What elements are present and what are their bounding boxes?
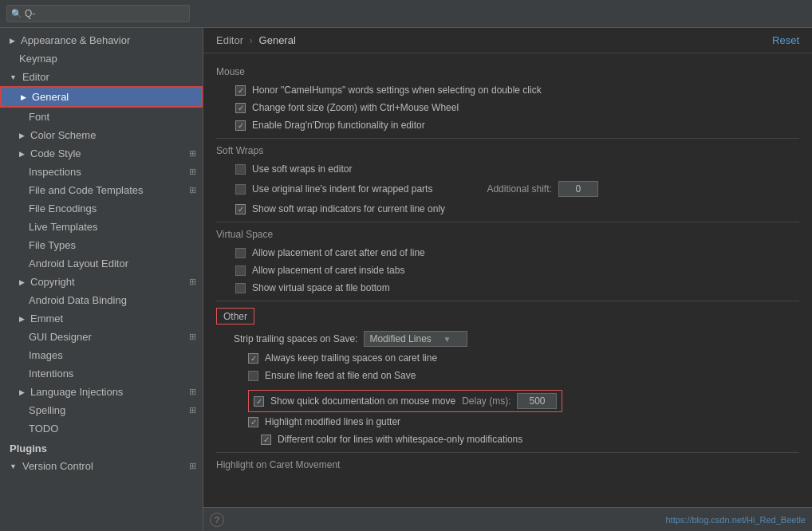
sidebar-item-todo[interactable]: TODO [0, 419, 203, 438]
expand-icon-copyright: ▶ [19, 278, 25, 286]
additional-shift-label: Additional shift: [487, 183, 551, 195]
checkbox-caret-after-end[interactable] [235, 248, 246, 258]
breadcrumb-parent: Editor [216, 34, 243, 46]
checkbox-original-indent[interactable] [235, 184, 246, 195]
label-quick-doc: Show quick documentation on mouse move [270, 395, 455, 407]
sidebar-item-language-injections[interactable]: ▶ Language Injections ⊞ [0, 383, 203, 401]
checkbox-ensure-line-feed[interactable] [248, 371, 258, 381]
additional-shift-input[interactable] [558, 181, 598, 197]
option-change-font-size: Change font size (Zoom) with Ctrl+Mouse … [216, 101, 799, 114]
search-input[interactable] [6, 5, 190, 22]
sidebar-item-emmet[interactable]: ▶ Emmet [0, 309, 203, 328]
checkbox-show-virtual-space[interactable] [235, 283, 246, 293]
expand-icon-lang-inject: ▶ [19, 388, 25, 396]
sidebar-item-android-data-binding[interactable]: Android Data Binding [0, 291, 203, 309]
sidebar-item-label: Language Injections [30, 386, 123, 398]
sidebar-item-label: Live Templates [29, 221, 97, 233]
strip-trailing-label: Strip trailing spaces on Save: [234, 333, 357, 344]
sidebar-item-label: Intentions [29, 368, 73, 380]
sidebar: ▶ Appearance & Behavior Keymap ▼ Editor … [0, 28, 203, 531]
main-layout: ▶ Appearance & Behavior Keymap ▼ Editor … [0, 28, 812, 531]
checkbox-camel-humps[interactable] [235, 85, 246, 96]
label-caret-inside-tabs: Allow placement of caret inside tabs [252, 265, 404, 276]
delay-input[interactable] [517, 393, 557, 409]
watermark-link: https://blog.csdn.net/Hi_Red_Beetle [665, 515, 806, 525]
option-camel-humps: Honor "CamelHumps" words settings when s… [216, 84, 799, 96]
checkbox-caret-inside-tabs[interactable] [235, 266, 246, 276]
delay-label: Delay (ms): [462, 395, 510, 407]
sidebar-item-file-types[interactable]: File Types [0, 236, 203, 254]
checkbox-quick-doc[interactable] [254, 396, 264, 407]
settings-badge-lang-inject: ⊞ [189, 387, 196, 397]
other-section-header: Other [216, 308, 254, 324]
label-drag-drop: Enable Drag'n'Drop functionality in edit… [252, 120, 425, 131]
option-show-virtual-space: Show virtual space at file bottom [216, 281, 799, 294]
sidebar-item-color-scheme[interactable]: ▶ Color Scheme [0, 126, 203, 144]
expand-icon-appearance: ▶ [10, 37, 15, 45]
option-ensure-line-feed: Ensure line feed at file end on Save [216, 369, 799, 382]
sidebar-item-android-layout-editor[interactable]: Android Layout Editor [0, 254, 203, 273]
checkbox-drag-drop[interactable] [235, 120, 246, 131]
sidebar-item-version-control[interactable]: ▼ Version Control ⊞ [0, 457, 203, 475]
checkbox-use-soft-wraps[interactable] [235, 164, 246, 175]
sidebar-item-gui-designer[interactable]: GUI Designer ⊞ [0, 328, 203, 346]
sidebar-item-live-templates[interactable]: Live Templates [0, 218, 203, 236]
reset-button[interactable]: Reset [772, 34, 799, 46]
label-ensure-line-feed: Ensure line feed at file end on Save [265, 370, 416, 381]
checkbox-highlight-modified[interactable] [248, 417, 258, 427]
label-camel-humps: Honor "CamelHumps" words settings when s… [252, 85, 542, 96]
option-show-indicators: Show soft wrap indicators for current li… [216, 203, 799, 215]
sidebar-item-code-style[interactable]: ▶ Code Style ⊞ [0, 144, 203, 163]
sidebar-item-label: Editor [22, 71, 49, 83]
sidebar-item-label: Copyright [30, 276, 75, 288]
strip-trailing-dropdown[interactable]: Modified Lines ▼ [364, 331, 467, 347]
sidebar-item-copyright[interactable]: ▶ Copyright ⊞ [0, 273, 203, 291]
sidebar-item-appearance[interactable]: ▶ Appearance & Behavior [0, 31, 203, 49]
dropdown-arrow-icon: ▼ [437, 335, 451, 344]
checkbox-show-indicators[interactable] [235, 204, 246, 214]
expand-icon-vc: ▼ [10, 462, 17, 470]
settings-badge-code-style: ⊞ [189, 148, 196, 159]
sidebar-item-label: Keymap [19, 53, 57, 65]
label-show-indicators: Show soft wrap indicators for current li… [252, 203, 445, 214]
content-panel: Editor › General Reset Mouse Honor "Came… [203, 28, 812, 531]
other-section-label: Other [223, 311, 247, 322]
sidebar-item-images[interactable]: Images [0, 346, 203, 364]
checkbox-always-keep-trailing[interactable] [248, 353, 258, 364]
sidebar-item-keymap[interactable]: Keymap [0, 49, 203, 68]
search-bar: 🔍 [0, 0, 812, 28]
option-caret-inside-tabs: Allow placement of caret inside tabs [216, 264, 799, 277]
sidebar-item-file-code-templates[interactable]: File and Code Templates ⊞ [0, 181, 203, 199]
breadcrumb: Editor › General [216, 34, 296, 46]
strip-trailing-value: Modified Lines [369, 333, 431, 344]
sidebar-item-label: General [32, 91, 69, 103]
expand-icon-general: ▶ [21, 93, 26, 101]
expand-icon-editor: ▼ [10, 73, 17, 81]
sidebar-item-editor[interactable]: ▼ Editor [0, 68, 203, 86]
strip-trailing-row: Strip trailing spaces on Save: Modified … [216, 331, 799, 347]
sidebar-section-plugins[interactable]: Plugins [0, 438, 203, 457]
sidebar-item-intentions[interactable]: Intentions [0, 364, 203, 383]
label-show-virtual-space: Show virtual space at file bottom [252, 282, 390, 293]
option-highlight-modified: Highlight modified lines in gutter [216, 415, 799, 428]
settings-badge-spelling: ⊞ [189, 405, 196, 415]
virtual-space-section-label: Virtual Space [216, 229, 799, 240]
sidebar-item-label: File and Code Templates [29, 184, 144, 196]
checkbox-change-font-size[interactable] [235, 103, 246, 113]
help-button[interactable]: ? [210, 513, 224, 527]
sidebar-item-font[interactable]: Font [0, 108, 203, 126]
settings-content: Mouse Honor "CamelHumps" words settings … [203, 53, 812, 507]
sidebar-item-inspections[interactable]: Inspections ⊞ [0, 163, 203, 181]
option-quick-doc: Show quick documentation on mouse move D… [248, 390, 562, 412]
settings-badge-file-code: ⊞ [189, 185, 196, 195]
option-caret-after-end: Allow placement of caret after end of li… [216, 246, 799, 259]
sidebar-item-label: TODO [29, 423, 58, 435]
sidebar-item-spelling[interactable]: Spelling ⊞ [0, 401, 203, 419]
sidebar-item-general[interactable]: ▶ General [0, 86, 203, 108]
sidebar-section-label: Plugins [10, 442, 47, 454]
search-icon: 🔍 [11, 9, 22, 19]
sidebar-item-file-encodings[interactable]: File Encodings [0, 199, 203, 218]
checkbox-different-color[interactable] [261, 435, 271, 445]
sidebar-item-label: Images [29, 349, 63, 361]
help-icon: ? [215, 515, 219, 525]
